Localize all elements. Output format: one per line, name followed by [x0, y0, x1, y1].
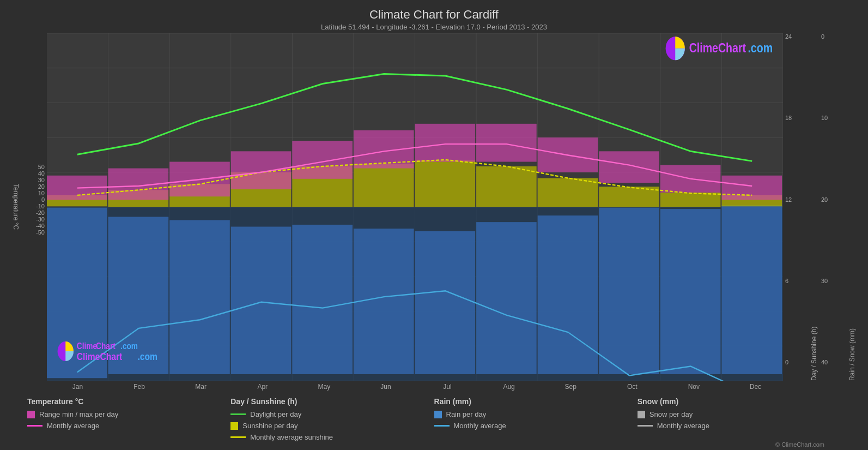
y-left-40: 40 — [38, 170, 45, 177]
month-jun: Jun — [355, 381, 416, 391]
svg-text:Clime: Clime — [77, 341, 97, 351]
month-feb: Feb — [108, 381, 170, 391]
legend-area: Temperature °C Range min / max per day M… — [11, 392, 857, 441]
legend-snow-avg: Monthly average — [638, 422, 841, 430]
month-aug: Aug — [478, 381, 540, 391]
month-oct: Oct — [602, 381, 663, 391]
svg-rect-52 — [231, 151, 292, 189]
chart-title: Climate Chart for Cardiff — [369, 8, 499, 22]
legend-rain-avg-label: Monthly average — [454, 422, 506, 430]
svg-rect-33 — [538, 215, 598, 374]
month-jan: Jan — [47, 381, 108, 391]
legend-temp-range: Range min / max per day — [27, 410, 230, 418]
y-left-n20: -20 — [36, 209, 45, 216]
svg-rect-47 — [660, 193, 721, 207]
svg-rect-43 — [415, 160, 476, 207]
month-dec: Dec — [725, 381, 786, 391]
legend-daylight: Daylight per day — [230, 410, 434, 418]
svg-rect-36 — [721, 205, 782, 374]
y-left-30: 30 — [38, 177, 45, 183]
y-axis-right-sunshine: 24 18 12 6 0 — [783, 33, 809, 381]
legend-sunshine-box-icon — [230, 422, 238, 430]
copyright-text: © ClimeChart.com — [11, 441, 857, 450]
legend-snow: Snow (mm) Snow per day Monthly average — [638, 397, 841, 441]
svg-rect-34 — [599, 208, 659, 374]
legend-rain-title: Rain (mm) — [434, 397, 638, 406]
chart-main: Clime Chart .com ClimeChart .com ClimeCh… — [47, 33, 783, 381]
y-left-10: 10 — [38, 190, 45, 196]
legend-snow-box-icon — [638, 411, 645, 418]
legend-rain-box-icon — [434, 411, 442, 418]
chart-subtitle: Latitude 51.494 - Longitude -3.261 - Ele… — [321, 23, 547, 31]
svg-rect-35 — [660, 209, 721, 374]
legend-snow-per-day-label: Snow per day — [650, 410, 693, 418]
y-left-50: 50 — [38, 164, 45, 170]
svg-rect-30 — [354, 229, 414, 374]
legend-sunshine-title: Day / Sunshine (h) — [230, 397, 434, 406]
legend-sunshine-avg-label: Monthly average sunshine — [250, 433, 333, 441]
y-axis-right-rain-title: Rain / Snow (mm) — [847, 33, 857, 381]
legend-snow-per-day: Snow per day — [638, 410, 841, 418]
legend-temperature: Temperature °C Range min / max per day M… — [27, 397, 230, 441]
svg-rect-32 — [476, 222, 537, 374]
legend-sunshine-avg-icon — [230, 436, 246, 438]
legend-sunshine: Day / Sunshine (h) Daylight per day Suns… — [230, 397, 434, 441]
month-sep: Sep — [540, 381, 602, 391]
legend-rain-per-day-label: Rain per day — [446, 410, 487, 418]
svg-text:ClimeChart: ClimeChart — [77, 350, 123, 362]
svg-rect-56 — [476, 124, 537, 162]
svg-rect-45 — [538, 178, 598, 207]
svg-rect-53 — [292, 141, 353, 179]
svg-rect-58 — [599, 151, 659, 183]
y-left-0: 0 — [41, 196, 45, 203]
legend-temp-avg-icon — [27, 425, 43, 427]
legend-rain: Rain (mm) Rain per day Monthly average — [434, 397, 638, 441]
month-apr: Apr — [232, 381, 293, 391]
y-left-n50: -50 — [36, 229, 45, 236]
y-axis-left-title: Temperature °C — [11, 184, 21, 230]
legend-temp-title: Temperature °C — [27, 397, 230, 406]
month-jul: Jul — [416, 381, 478, 391]
svg-text:.com: .com — [137, 350, 157, 362]
y-left-20: 20 — [38, 183, 45, 190]
svg-rect-42 — [354, 164, 414, 207]
legend-temp-avg: Monthly average — [27, 422, 230, 430]
svg-rect-44 — [476, 166, 537, 207]
svg-text:.com: .com — [748, 40, 773, 55]
svg-text:Chart: Chart — [96, 341, 116, 351]
y-axis-right-rain: 0 10 20 30 40 — [819, 33, 847, 381]
legend-snow-avg-label: Monthly average — [657, 422, 709, 430]
month-nov: Nov — [663, 381, 725, 391]
legend-sunshine-per-day-label: Sunshine per day — [242, 422, 298, 430]
legend-sunshine-per-day: Sunshine per day — [230, 422, 434, 430]
legend-snow-title: Snow (mm) — [638, 397, 841, 406]
svg-rect-27 — [169, 220, 230, 374]
svg-rect-55 — [415, 124, 476, 162]
legend-rain-avg: Monthly average — [434, 422, 638, 430]
svg-rect-28 — [231, 227, 292, 374]
legend-sunshine-avg: Monthly average sunshine — [230, 433, 434, 441]
legend-temp-avg-label: Monthly average — [47, 422, 99, 430]
svg-rect-29 — [292, 225, 353, 374]
climate-chart-svg: Clime Chart .com ClimeChart .com ClimeCh… — [47, 33, 783, 381]
legend-daylight-label: Daylight per day — [250, 410, 301, 418]
month-may: May — [293, 381, 355, 391]
svg-text:.com: .com — [120, 341, 138, 351]
y-left-n30: -30 — [36, 216, 45, 223]
svg-rect-60 — [721, 176, 782, 200]
svg-text:ClimeChart: ClimeChart — [689, 40, 746, 55]
svg-rect-31 — [415, 231, 476, 374]
legend-temp-range-label: Range min / max per day — [39, 410, 118, 418]
y-left-n40: -40 — [36, 223, 45, 229]
month-mar: Mar — [170, 381, 232, 391]
page-wrapper: Climate Chart for Cardiff Latitude 51.49… — [0, 0, 868, 450]
legend-temp-range-icon — [27, 411, 35, 418]
svg-rect-46 — [599, 187, 659, 207]
x-axis: Jan Feb Mar Apr May Jun Jul Aug Sep Oct … — [11, 381, 857, 391]
y-axis-right-sunshine-title: Day / Sunshine (h) — [809, 33, 819, 381]
y-left-n10: -10 — [36, 203, 45, 209]
legend-snow-avg-icon — [638, 425, 653, 427]
legend-rain-avg-icon — [434, 425, 450, 427]
legend-rain-per-day: Rain per day — [434, 410, 638, 418]
legend-daylight-icon — [230, 413, 246, 415]
